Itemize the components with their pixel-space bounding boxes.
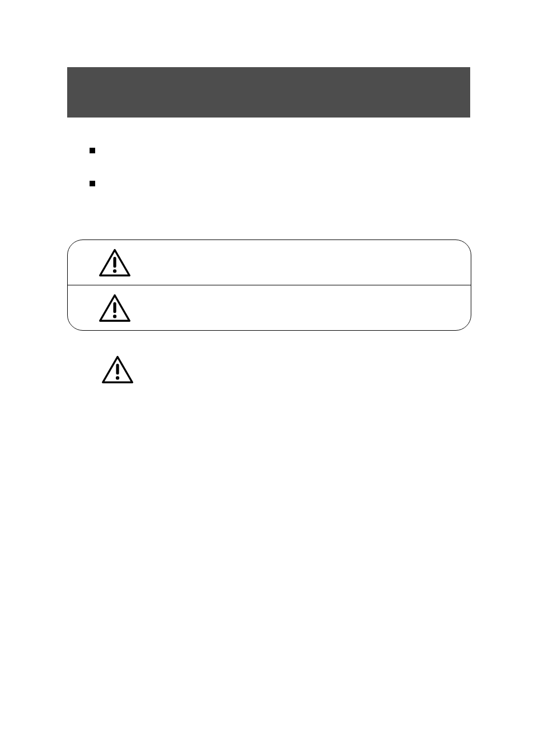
warning-triangle-icon: [99, 249, 130, 276]
warning-triangle-icon: [102, 356, 133, 383]
bullet-square-icon: [90, 181, 95, 186]
callout-row: [68, 240, 471, 285]
svg-point-2: [113, 269, 116, 273]
warning-callout-box: [67, 240, 471, 331]
bullet-list: [90, 144, 448, 210]
svg-rect-4: [113, 302, 116, 313]
svg-rect-1: [113, 257, 116, 267]
list-item: [90, 144, 448, 156]
callout-row: [68, 285, 471, 330]
section-header-bar: [67, 67, 470, 118]
document-page: [0, 0, 534, 756]
svg-point-8: [116, 376, 119, 379]
svg-point-5: [113, 314, 116, 318]
inline-warning-row: [102, 356, 147, 383]
warning-triangle-icon: [99, 294, 130, 322]
list-item: [90, 177, 448, 189]
bullet-square-icon: [90, 148, 95, 153]
svg-rect-7: [116, 364, 119, 374]
